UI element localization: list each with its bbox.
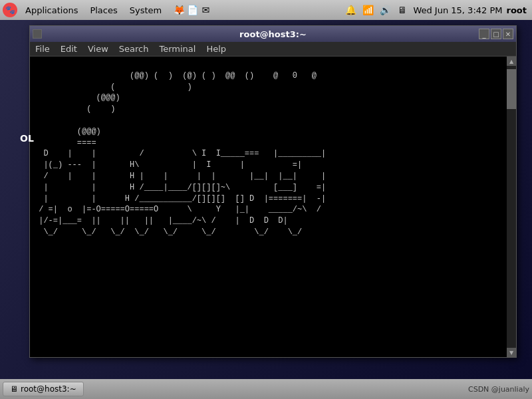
terminal-scrollbar: ▲ ▼ <box>507 57 516 357</box>
username-display: root <box>507 5 527 15</box>
close-button[interactable]: ✕ <box>503 29 513 39</box>
display-icon[interactable]: 🖥 <box>396 3 409 17</box>
corner-icon <box>33 29 42 39</box>
browser-icon[interactable]: 🦊 <box>172 3 186 17</box>
alert-icon[interactable]: 🔔 <box>344 3 357 17</box>
view-menu[interactable]: View <box>82 43 114 55</box>
taskbar-terminal-item[interactable]: 🖥 root@host3:~ <box>3 382 84 396</box>
taskbar-bottom: 🖥 root@host3:~ CSDN @juanlialy <box>0 379 532 399</box>
search-menu[interactable]: Search <box>114 43 154 55</box>
datetime-display: Wed Jun 15, 3:42 PM <box>413 5 502 15</box>
terminal-icon: 🖥 <box>10 384 18 394</box>
top-menus: Applications Places System <box>20 4 167 17</box>
files-icon[interactable]: 📄 <box>186 3 199 17</box>
terminal-window: root@host3:~ _ □ ✕ File Edit View Search… <box>29 25 517 358</box>
terminal-menu[interactable]: Terminal <box>154 43 201 55</box>
scrollbar-down-button[interactable]: ▼ <box>507 348 516 357</box>
maximize-button[interactable]: □ <box>491 29 501 39</box>
sound-icon[interactable]: 🔊 <box>378 3 392 17</box>
edit-menu[interactable]: Edit <box>55 43 82 55</box>
taskbar-top: 🐾 Applications Places System 🦊 📄 ✉️ 🔔 📶 … <box>0 0 532 20</box>
terminal-body: (@@) ( ) (@) ( ) @@ () @ 0 @ ( ) (@@@) (… <box>30 57 516 357</box>
side-label: OL <box>20 133 34 144</box>
applications-menu[interactable]: Applications <box>20 4 83 17</box>
taskbar-top-right: 🔔 📶 🔊 🖥 Wed Jun 15, 3:42 PM root <box>344 3 532 17</box>
file-menu[interactable]: File <box>30 43 55 55</box>
places-menu[interactable]: Places <box>84 4 122 17</box>
terminal-content[interactable]: (@@) ( ) (@) ( ) @@ () @ 0 @ ( ) (@@@) (… <box>30 57 507 357</box>
terminal-menubar: File Edit View Search Terminal Help <box>30 42 516 57</box>
terminal-title: root@host3:~ <box>239 29 307 39</box>
system-menu[interactable]: System <box>124 4 167 17</box>
watermark-text: CSDN @juanlialy <box>468 385 529 394</box>
taskbar-item-label: root@host3:~ <box>21 384 76 394</box>
titlebar-left-icon <box>33 29 42 39</box>
scrollbar-up-button[interactable]: ▲ <box>507 57 516 66</box>
minimize-button[interactable]: _ <box>479 29 489 39</box>
window-controls: _ □ ✕ <box>479 29 513 39</box>
terminal-titlebar: root@host3:~ _ □ ✕ <box>30 26 516 42</box>
app-menu-icon[interactable]: 🐾 <box>3 3 17 17</box>
help-menu[interactable]: Help <box>201 43 231 55</box>
network-icon[interactable]: 📶 <box>361 3 374 17</box>
desktop: 🐾 Applications Places System 🦊 📄 ✉️ 🔔 📶 … <box>0 0 532 399</box>
scrollbar-thumb[interactable] <box>507 69 516 109</box>
scrollbar-track[interactable] <box>507 66 516 348</box>
email-icon[interactable]: ✉️ <box>199 3 212 17</box>
